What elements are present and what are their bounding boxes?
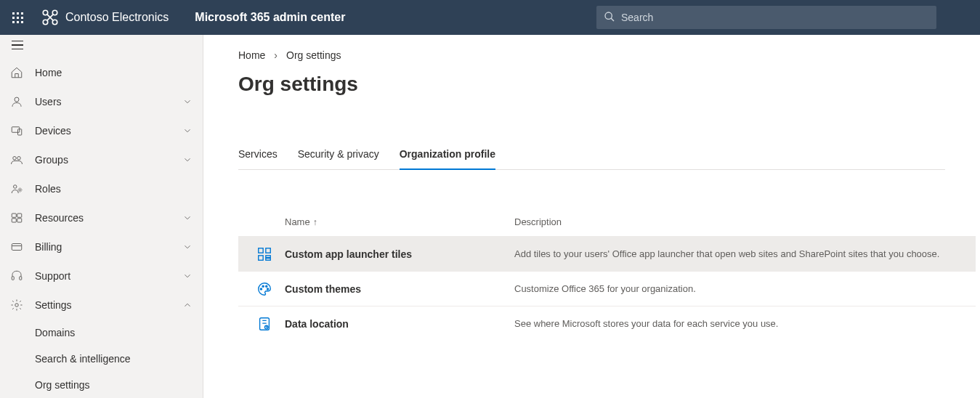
table-row[interactable]: Custom app launcher tiles Add tiles to y… [238,236,976,271]
tiles-icon [244,246,285,262]
roles-icon [10,182,23,195]
search-input[interactable] [621,12,929,23]
svg-rect-22 [259,255,263,259]
svg-rect-18 [20,277,22,280]
hamburger-icon [12,41,23,50]
row-name: Data location [285,318,514,330]
svg-point-27 [266,285,267,287]
org-logo-block[interactable]: Contoso Electronics [35,8,174,27]
svg-point-11 [19,189,21,191]
sub-item-label: Org settings [35,379,89,391]
svg-rect-12 [12,214,16,217]
sidebar-item-label: Groups [35,154,171,166]
sidebar-item-devices[interactable]: Devices [0,116,203,145]
sidebar-item-groups[interactable]: Groups [0,145,203,174]
search-box[interactable] [596,6,936,29]
groups-icon [10,153,23,166]
sidebar-item-label: Resources [35,212,171,224]
svg-rect-6 [12,127,20,133]
svg-point-5 [15,97,19,102]
svg-rect-17 [12,277,14,280]
sidebar-item-label: Billing [35,241,171,253]
svg-rect-23 [266,255,270,257]
row-description: See where Microsoft stores your data for… [514,318,976,329]
svg-point-9 [17,157,21,161]
chevron-down-icon [182,126,193,136]
page-title: Org settings [238,73,980,96]
support-icon [10,269,23,283]
chevron-down-icon [182,97,193,107]
settings-submenu: Domains Search & intelligence Org settin… [0,320,203,398]
sidebar-item-label: Devices [35,125,171,137]
sidebar-item-label: Home [35,67,193,78]
devices-icon [10,124,23,137]
org-name: Contoso Electronics [65,11,169,24]
app-name: Microsoft 365 admin center [174,11,345,24]
svg-rect-24 [266,258,270,260]
column-description-header[interactable]: Description [514,216,976,227]
tab-organization-profile[interactable]: Organization profile [400,142,495,170]
svg-rect-20 [259,248,263,252]
breadcrumb-current: Org settings [286,49,341,61]
theme-icon [244,281,285,297]
column-header-label: Name [285,216,310,227]
svg-rect-14 [12,219,16,222]
tab-row: Services Security & privacy Organization… [238,142,945,170]
sub-item-domains[interactable]: Domains [35,320,203,346]
sidebar-item-home[interactable]: Home [0,58,203,87]
column-name-header[interactable]: Name ↑ [285,216,514,227]
svg-point-10 [14,185,17,189]
sidebar-item-roles[interactable]: Roles [0,174,203,203]
sub-item-label: Search & intelligence [35,353,131,365]
sidebar-item-label: Users [35,96,171,107]
svg-point-8 [13,157,17,161]
svg-point-4 [605,12,612,19]
sidebar-item-label: Settings [35,299,171,311]
svg-rect-21 [266,248,270,252]
chevron-down-icon [182,213,193,223]
row-name: Custom app launcher tiles [285,248,514,260]
top-header: Contoso Electronics Microsoft 365 admin … [0,0,980,35]
table-row[interactable]: Custom themes Customize Office 365 for y… [238,271,976,306]
row-name: Custom themes [285,283,514,295]
sub-item-org-settings[interactable]: Org settings [35,372,203,398]
chevron-down-icon [182,271,193,281]
settings-table: Name ↑ Description Custom app launcher t… [238,211,976,341]
svg-point-26 [262,285,264,287]
table-row[interactable]: Data location See where Microsoft stores… [238,306,976,341]
tab-security-privacy[interactable]: Security & privacy [298,142,379,170]
svg-rect-15 [17,219,22,222]
sidebar-item-billing[interactable]: Billing [0,232,203,261]
tab-services[interactable]: Services [238,142,278,170]
svg-point-25 [260,288,262,289]
search-icon [604,11,615,25]
sort-ascending-icon: ↑ [313,217,317,227]
app-launcher-button[interactable] [0,0,35,35]
org-logo-icon [41,8,60,27]
svg-rect-16 [12,244,22,251]
user-icon [10,95,23,108]
sidebar-item-support[interactable]: Support [0,261,203,291]
svg-point-19 [15,304,19,307]
sidebar-item-settings[interactable]: Settings [0,291,203,320]
breadcrumb-home[interactable]: Home [238,49,265,61]
chevron-down-icon [182,155,193,165]
billing-icon [10,240,23,253]
sidebar: Home Users Devices Groups Roles [0,35,203,398]
chevron-down-icon [182,242,193,252]
svg-point-28 [267,288,268,289]
row-description: Add tiles to your users' Office app laun… [514,248,976,259]
main-content: Home › Org settings Org settings Service… [203,35,980,398]
home-icon [10,66,23,79]
sub-item-label: Domains [35,327,75,338]
waffle-icon [12,12,23,23]
row-description: Customize Office 365 for your organizati… [514,283,976,294]
chevron-right-icon: › [274,49,278,61]
sidebar-item-users[interactable]: Users [0,87,203,116]
data-location-icon [244,316,285,332]
sidebar-item-resources[interactable]: Resources [0,203,203,232]
svg-rect-13 [17,214,22,217]
breadcrumb: Home › Org settings [238,49,980,61]
sub-item-search-intelligence[interactable]: Search & intelligence [35,346,203,372]
nav-toggle-button[interactable] [0,35,203,55]
